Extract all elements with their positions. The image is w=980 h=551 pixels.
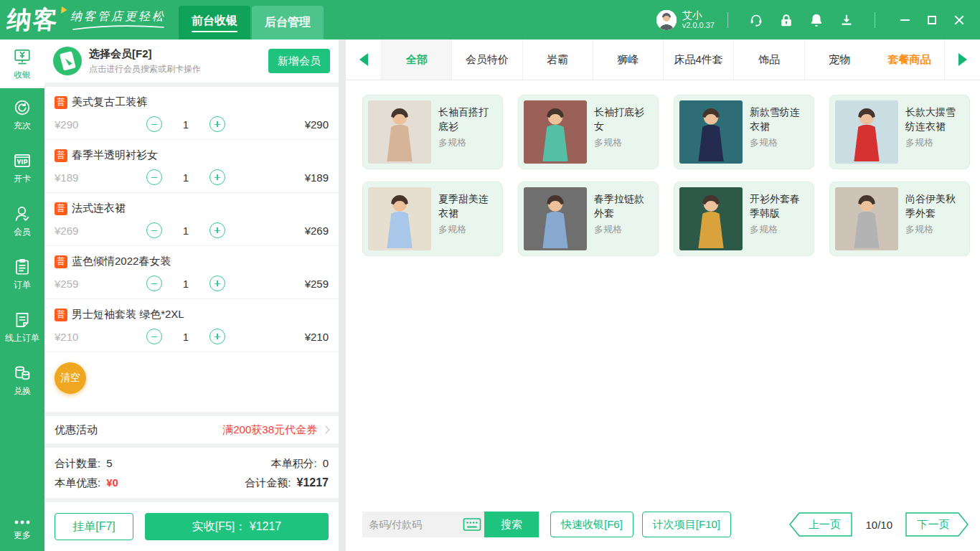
sidebar: 收银 充次 开卡 会员 [0,39,44,551]
app-logo: 纳客 纳客管店更轻松 [7,4,166,37]
tab-front-cashier[interactable]: 前台收银 [179,6,250,39]
promo-link[interactable]: 满200获38元代金券 [222,423,329,437]
normal-goods-badge: 普 [55,255,67,268]
cart-list: 普 美式复古工装裤 ¥290 1 ¥290 普 春季半透明衬衫女 [44,87,339,352]
decrease-qty-button[interactable] [146,276,162,291]
quick-cashier-button[interactable]: 快速收银[F6] [550,512,633,537]
product-card[interactable]: 新款雪纺连衣裙 多规格 [674,95,814,169]
category-tab[interactable]: 床品4件套 [664,39,734,80]
sidebar-item-more[interactable]: 更多 [0,508,44,551]
category-tab[interactable]: 会员特价 [452,39,522,80]
barcode-search-box [362,512,481,537]
product-title: 尚谷伊美秋季外套 [905,192,964,221]
member-select-trigger[interactable]: 选择会员[F2] 点击进行会员搜索或刷卡操作 [89,47,201,75]
product-card[interactable]: 长袖百搭打底衫 多规格 [362,95,503,169]
sidebar-item-online-orders[interactable]: 线上订单 [0,301,44,354]
decrease-qty-button[interactable] [146,222,162,238]
product-spec: 多规格 [594,136,653,149]
sidebar-item-recharge[interactable]: 充次 [0,88,44,141]
logo-text: 纳客 [6,4,61,37]
customer-service-icon[interactable] [748,12,764,28]
product-card[interactable]: 尚谷伊美秋季外套 多规格 [829,182,970,256]
product-spec: 多规格 [905,223,964,236]
search-button[interactable]: 搜索 [484,512,539,537]
orders-icon [13,258,32,276]
product-photo [524,187,587,250]
decrease-qty-button[interactable] [146,329,162,344]
category-tab[interactable]: 岩霸 [523,39,593,80]
member-select-row: 选择会员[F2] 点击进行会员搜索或刷卡操作 新增会员 [44,39,339,83]
product-photo [368,100,431,164]
avatar-image [656,10,677,30]
tab-backend-admin[interactable]: 后台管理 [252,6,324,39]
cart-item-name: 男士短袖套装 绿色*2XL [72,308,184,321]
product-card[interactable]: 长袖打底衫女 多规格 [518,95,659,169]
product-title: 新款雪纺连衣裙 [750,105,809,134]
add-member-button[interactable]: 新增会员 [268,49,330,73]
increase-qty-button[interactable] [209,169,225,185]
cart-panel: 选择会员[F2] 点击进行会员搜索或刷卡操作 新增会员 普 美式复古工装裤 ¥2… [44,39,339,551]
cart-item-qty: 1 [162,331,209,343]
hold-order-button[interactable]: 挂单[F7] [55,513,133,540]
more-dots-icon [13,518,32,527]
sidebar-item-cashier[interactable]: 收银 [0,39,44,88]
cart-item-unit-price: ¥189 [55,171,116,184]
increase-qty-button[interactable] [209,329,225,344]
sidebar-item-orders[interactable]: 订单 [0,248,44,301]
bell-icon[interactable] [809,12,824,28]
mode-tabs: 前台收银 后台管理 [179,0,325,39]
user-info: 艾小 v2.0.0.37 [682,9,715,30]
category-tab[interactable]: 宠物 [805,39,875,80]
avatar[interactable] [656,10,677,30]
app-version: v2.0.0.37 [682,21,715,30]
category-tab[interactable]: 饰品 [734,39,804,80]
product-card[interactable]: 春季拉链款外套 多规格 [518,182,659,256]
lock-icon[interactable] [778,12,794,28]
product-title: 夏季甜美连衣裙 [438,192,497,221]
cart-item-unit-price: ¥259 [55,278,116,290]
increase-qty-button[interactable] [209,276,225,291]
download-icon[interactable] [839,12,854,28]
vip-card-icon [13,151,32,170]
sidebar-item-vip-card[interactable]: 开卡 [0,141,44,194]
cart-item-total: ¥189 [305,171,329,184]
normal-goods-badge: 普 [55,149,67,162]
count-item-button[interactable]: 计次项目[F10] [642,512,731,537]
scroll-left-button[interactable] [346,39,382,80]
clear-cart-button[interactable]: 清空 [55,362,86,394]
prev-page-button[interactable]: 上一页 [789,512,852,537]
increase-qty-button[interactable] [209,222,225,238]
divider [727,12,728,28]
cart-item-name: 春季半透明衬衫女 [72,149,158,162]
product-card[interactable]: 夏季甜美连衣裙 多规格 [362,182,503,256]
category-bar: 全部 会员特价 岩霸 狮峰 床品4件套 饰品 宠物 套餐商品 [346,39,980,80]
product-photo [835,187,898,250]
category-tab-all[interactable]: 全部 [382,39,452,80]
cart-item: 普 春季半透明衬衫女 ¥189 1 ¥189 [44,140,339,193]
category-tab-combo[interactable]: 套餐商品 [875,39,944,80]
pagination: 上一页 10/10 下一页 [789,512,969,537]
member-card-icon[interactable] [53,47,82,75]
decrease-qty-button[interactable] [146,169,162,185]
product-photo [368,187,431,250]
next-page-button[interactable]: 下一页 [905,512,969,537]
scroll-right-button[interactable] [944,39,980,80]
increase-qty-button[interactable] [209,116,225,132]
window-controls [888,9,970,31]
product-spec: 多规格 [438,223,497,236]
sidebar-item-exchange[interactable]: 兑换 [0,354,44,407]
product-card[interactable]: 长款大摆雪纺连衣裙 多规格 [829,95,970,169]
checkout-button[interactable]: 实收[F5]： ¥1217 [145,513,329,540]
cart-summary: 合计数量: 5 本单积分: 0 本单优惠: ¥0 合计金额: ¥1217 [44,448,339,498]
keyboard-icon[interactable] [463,517,481,532]
product-spec: 多规格 [438,136,497,149]
minimize-button[interactable] [894,9,915,31]
close-button[interactable] [948,9,970,31]
category-tab[interactable]: 狮峰 [593,39,664,80]
normal-goods-badge: 普 [55,202,67,215]
maximize-button[interactable] [921,9,943,31]
product-photo [524,100,587,164]
sidebar-item-member[interactable]: 会员 [0,194,44,248]
decrease-qty-button[interactable] [146,116,162,132]
product-card[interactable]: 开衫外套春季韩版 多规格 [674,182,814,256]
